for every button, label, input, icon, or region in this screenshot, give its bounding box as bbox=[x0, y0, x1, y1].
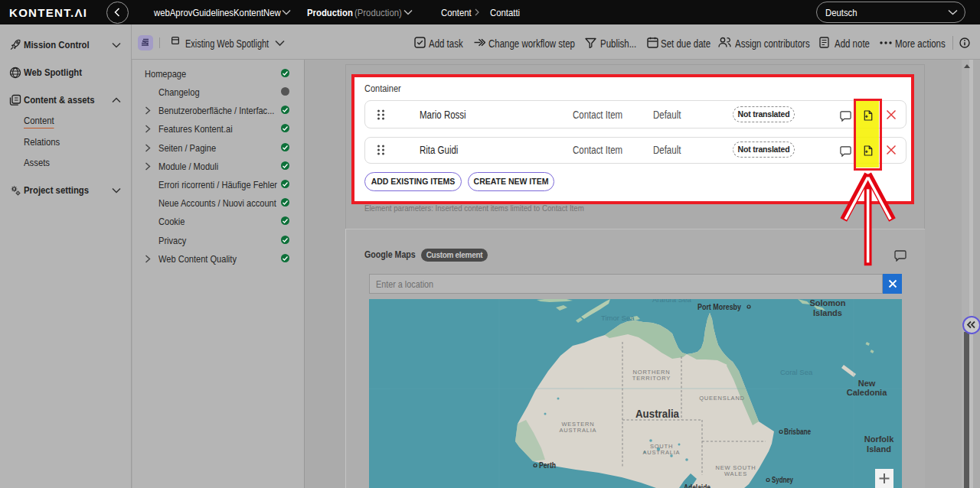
svg-text:New: New bbox=[858, 379, 876, 388]
svg-text:Arafura Sea: Arafura Sea bbox=[652, 299, 691, 304]
svg-text:AUSTRALIA: AUSTRALIA bbox=[643, 449, 681, 456]
svg-text:AUSTRALIA: AUSTRALIA bbox=[560, 427, 597, 434]
svg-text:Islands: Islands bbox=[813, 308, 842, 317]
svg-text:Solomon: Solomon bbox=[809, 299, 845, 307]
svg-text:Australia: Australia bbox=[635, 407, 680, 420]
svg-text:TERRITORY: TERRITORY bbox=[632, 375, 671, 382]
svg-text:QUEENSLAND: QUEENSLAND bbox=[699, 395, 745, 402]
svg-text:Norfolk: Norfolk bbox=[864, 434, 894, 444]
svg-text:Island: Island bbox=[867, 444, 891, 454]
svg-text:WALES: WALES bbox=[724, 470, 747, 477]
svg-text:Adelaide: Adelaide bbox=[684, 483, 710, 488]
svg-text:Port Moresby: Port Moresby bbox=[697, 303, 741, 311]
svg-text:Sydney: Sydney bbox=[772, 476, 793, 484]
svg-text:Caledonia: Caledonia bbox=[847, 388, 887, 397]
svg-text:Timor Sea: Timor Sea bbox=[601, 314, 635, 322]
svg-text:Perth: Perth bbox=[539, 461, 556, 470]
svg-text:Coral Sea: Coral Sea bbox=[780, 368, 813, 376]
svg-text:Brisbane: Brisbane bbox=[784, 428, 811, 436]
